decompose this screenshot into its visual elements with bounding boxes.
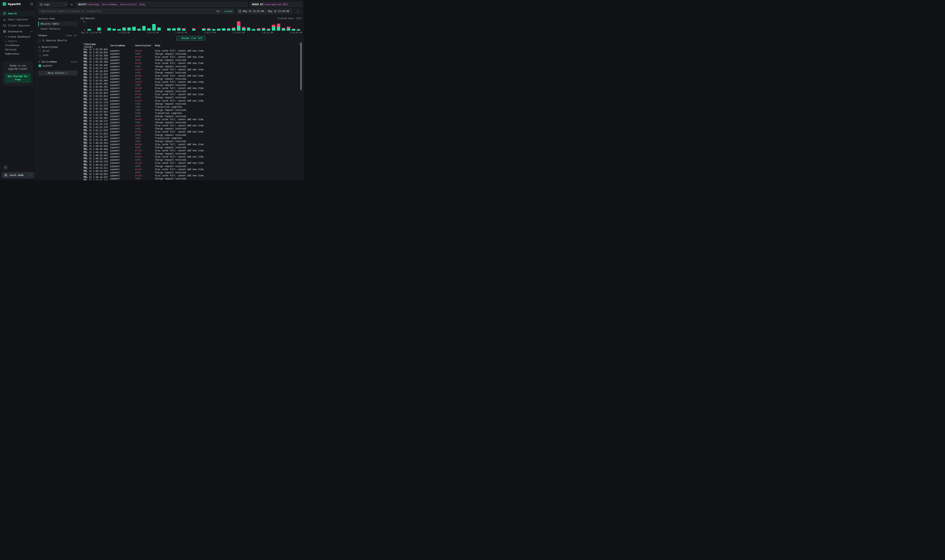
histogram-bar[interactable]	[267, 21, 270, 31]
create-dashboard-button[interactable]: + Create Dashboard	[0, 34, 35, 39]
log-row[interactable]: › May 15 1:41:53.274 PM payment info Tra…	[80, 105, 302, 109]
log-row[interactable]: › May 15 1:42:43.336 PM payment info Cha…	[80, 58, 302, 62]
brand[interactable]: ⚡ HyperDX	[3, 2, 21, 6]
expand-chevron-icon[interactable]: ›	[80, 149, 83, 152]
log-row[interactable]: › May 15 1:40:44.563 PM payment error Vi…	[80, 143, 302, 146]
expand-chevron-icon[interactable]: ›	[80, 171, 83, 174]
log-row[interactable]: › May 15 1:40:26.444 PM payment info Cha…	[80, 158, 302, 162]
expand-chevron-icon[interactable]: ›	[80, 59, 83, 62]
log-row[interactable]: › May 15 1:42:13.019 PM payment info Cha…	[80, 77, 302, 80]
run-query-button[interactable]: ▷	[294, 9, 302, 14]
log-row[interactable]: › May 15 1:40:24.219 PM payment error Vi…	[80, 162, 302, 165]
log-row[interactable]: › May 15 1:40:26.445 PM payment error Vi…	[80, 155, 302, 158]
log-row[interactable]: › May 15 1:40:38.462 PM payment info Cha…	[80, 152, 302, 155]
log-row[interactable]: › May 15 1:40:10.597 PM payment info Cha…	[80, 177, 302, 180]
expand-chevron-icon[interactable]: ›	[80, 174, 83, 177]
histogram-bar[interactable]	[137, 21, 141, 31]
histogram-bar[interactable]	[182, 21, 185, 31]
log-row[interactable]: › May 15 1:41:47.823 PM payment info Tra…	[80, 112, 302, 115]
histogram-bar[interactable]	[282, 21, 285, 31]
log-row[interactable]: › May 15 1:41:14.361 PM payment info Cha…	[80, 140, 302, 143]
sidebar-item-dashboards[interactable]: Dashboards	[0, 28, 35, 34]
expand-chevron-icon[interactable]: ›	[80, 159, 83, 161]
histogram-bar[interactable]	[272, 21, 275, 31]
histogram-bar[interactable]	[237, 21, 240, 31]
histogram-bar[interactable]	[142, 21, 146, 31]
histogram-bar[interactable]	[192, 21, 196, 31]
expand-chevron-icon[interactable]: ›	[80, 146, 83, 149]
expand-chevron-icon[interactable]: ›	[80, 118, 83, 121]
histogram-bar[interactable]	[262, 21, 265, 31]
column-resize-handle[interactable]: ⋮	[131, 44, 133, 47]
expand-chevron-icon[interactable]: ›	[80, 84, 83, 86]
histogram-bar[interactable]	[147, 21, 151, 31]
expand-chevron-icon[interactable]: ›	[80, 53, 83, 55]
log-row[interactable]: › May 15 1:41:47.766 PM payment info Cha…	[80, 115, 302, 118]
expand-chevron-icon[interactable]: ›	[80, 143, 83, 146]
facet-clear-button[interactable]: Clear	[71, 61, 77, 63]
preset-item-services[interactable]: Services	[0, 48, 35, 52]
language-toggle-sql[interactable]: SQL	[216, 10, 220, 12]
expand-chevron-icon[interactable]: ›	[80, 177, 83, 180]
histogram-bar[interactable]	[187, 21, 191, 31]
column-header-timestamp[interactable]: Timestamp (Local)	[83, 43, 106, 48]
table-scrollbar[interactable]	[300, 42, 302, 90]
log-row[interactable]: › May 15 1:42:27.131 PM payment error Vi…	[80, 68, 302, 71]
expand-chevron-icon[interactable]: ›	[80, 87, 83, 89]
log-row[interactable]: › May 15 1:41:21.678 PM payment error Vi…	[80, 130, 302, 133]
expand-chevron-icon[interactable]: ›	[80, 131, 83, 133]
histogram-bar[interactable]	[88, 21, 91, 31]
presets-toggle[interactable]: PRESETS	[0, 39, 35, 43]
log-row[interactable]: › May 15 1:40:10.601 PM payment error Vi…	[80, 174, 302, 177]
histogram-bar[interactable]	[162, 21, 166, 31]
histogram-bar[interactable]	[277, 21, 281, 31]
expand-chevron-icon[interactable]: ›	[80, 68, 83, 71]
log-row[interactable]: › May 15 1:42:01.814 PM payment info Cha…	[80, 96, 302, 99]
expand-chevron-icon[interactable]: ›	[80, 74, 83, 77]
sidebar-collapse-icon[interactable]	[30, 3, 33, 6]
log-row[interactable]: › May 15 1:42:05.460 PM payment error Vi…	[80, 80, 302, 83]
expand-chevron-icon[interactable]: ›	[80, 162, 83, 164]
more-filters-button[interactable]: More filters	[38, 71, 77, 75]
expand-chevron-icon[interactable]: ›	[80, 77, 83, 80]
error-checkbox[interactable]	[39, 50, 41, 52]
help-button[interactable]: ?	[3, 165, 8, 170]
log-row[interactable]: › May 15 1:40:24.214 PM payment info Cha…	[80, 165, 302, 168]
info-checkbox[interactable]	[39, 54, 41, 57]
mode-results-table[interactable]: Results Table	[38, 22, 77, 26]
select-query-field[interactable]: SELECT Timestamp, ServiceName, SeverityT…	[76, 2, 248, 7]
expand-chevron-icon[interactable]: ›	[80, 125, 83, 127]
sidebar-item-search[interactable]: Search	[0, 11, 35, 17]
clear-all-button[interactable]: Clear all	[66, 34, 77, 37]
get-started-button[interactable]: Get Started for Free	[5, 74, 31, 83]
expand-chevron-icon[interactable]: ›	[80, 168, 83, 171]
expand-chevron-icon[interactable]: ›	[80, 115, 83, 118]
payment-checkbox[interactable]: ✓	[39, 65, 41, 67]
source-select[interactable]: Logs ▲▼	[38, 2, 68, 7]
log-row[interactable]: › May 15 1:40:14.505 PM payment info Cha…	[80, 171, 302, 174]
histogram-bar[interactable]	[108, 21, 111, 31]
expand-chevron-icon[interactable]: ›	[80, 62, 83, 65]
histogram-bar[interactable]	[287, 21, 290, 31]
histogram-bar[interactable]	[212, 21, 216, 31]
log-row[interactable]: › May 15 1:41:14.373 PM payment info Tra…	[80, 137, 302, 140]
histogram-bar[interactable]	[127, 21, 131, 31]
expand-chevron-icon[interactable]: ›	[80, 96, 83, 99]
filter-option-info[interactable]: info	[39, 53, 77, 57]
expand-chevron-icon[interactable]: ›	[80, 128, 83, 130]
log-row[interactable]: › May 15 1:42:04.376 PM payment info Cha…	[80, 90, 302, 93]
histogram-bar[interactable]	[122, 21, 126, 31]
log-row[interactable]: › May 15 1:42:13.055 PM payment error Vi…	[80, 74, 302, 77]
log-row[interactable]: › May 15 1:41:21.652 PM payment info Cha…	[80, 134, 302, 137]
expand-chevron-icon[interactable]: ›	[80, 165, 83, 168]
histogram-bar[interactable]	[227, 21, 231, 31]
histogram-bar[interactable]	[222, 21, 225, 31]
expand-chevron-icon[interactable]: ›	[80, 109, 83, 111]
histogram-bar[interactable]	[207, 21, 211, 31]
log-row[interactable]: › May 15 1:41:57.183 PM payment error Vi…	[80, 99, 302, 102]
log-row[interactable]: › May 15 1:40:14.511 PM payment error Vi…	[80, 168, 302, 171]
expand-chevron-icon[interactable]: ›	[80, 137, 83, 139]
histogram-bar[interactable]	[257, 21, 261, 31]
column-header-body[interactable]: Body	[155, 44, 302, 47]
order-by-field[interactable]: ORDER BY TimestampTime DESC	[250, 2, 302, 7]
